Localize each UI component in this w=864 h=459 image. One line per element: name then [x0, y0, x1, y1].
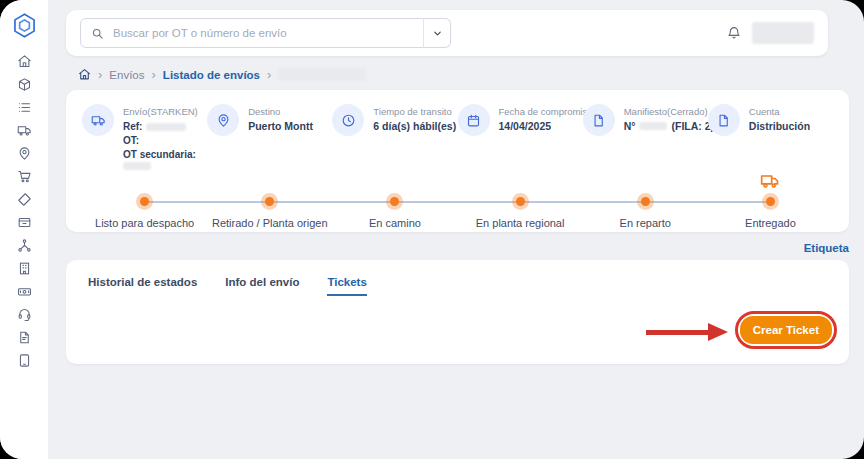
- info-ot-secundaria-label: OT secundaria:: [123, 148, 196, 162]
- clock-icon: [332, 104, 364, 136]
- info-value: Puerto Montt: [248, 120, 313, 132]
- location-pin-icon[interactable]: [16, 145, 32, 161]
- info-ref-label: Ref:: [123, 120, 142, 134]
- info-item-manifiesto: Manifiesto(Cerrado) N° (FILA: 2): [583, 104, 708, 170]
- search-group: [80, 18, 451, 48]
- tab-tickets[interactable]: Tickets: [327, 276, 366, 296]
- redacted-user-info: [752, 22, 814, 44]
- annotation-arrow-head: [708, 323, 728, 341]
- timeline-step-planta-regional: En planta regional: [458, 196, 583, 229]
- timeline-dot: [390, 197, 399, 206]
- info-label: Envío(STARKEN): [123, 106, 198, 117]
- invoice-icon[interactable]: [16, 329, 32, 345]
- etiqueta-link[interactable]: Etiqueta: [66, 242, 849, 254]
- sidebar: [0, 0, 48, 459]
- main-content: › Envíos › Listado de envíos › Envío(STA…: [48, 0, 864, 459]
- timeline-step-camino: En camino: [332, 196, 457, 229]
- manifiesto-number-label: N°: [624, 120, 636, 132]
- search-icon: [91, 27, 104, 40]
- info-value: 6 día(s) hábil(es): [373, 120, 456, 132]
- topbar: [66, 10, 828, 56]
- search-input[interactable]: [111, 26, 413, 40]
- info-item-destino: Destino Puerto Montt: [207, 104, 332, 170]
- timeline-dot: [641, 197, 650, 206]
- building-icon[interactable]: [16, 260, 32, 276]
- info-value: 14/04/2025: [499, 120, 593, 132]
- timeline-step-label: Retirado / Planta origen: [212, 217, 328, 229]
- chevron-down-icon: [432, 28, 443, 39]
- bell-icon[interactable]: [726, 25, 742, 41]
- breadcrumb-separator: ›: [267, 68, 271, 81]
- redacted-ref-value: [146, 123, 186, 131]
- annotation-arrow: [646, 323, 728, 341]
- brand-logo[interactable]: [11, 12, 38, 39]
- truck-icon[interactable]: [16, 122, 32, 138]
- shipment-status-timeline: Listo para despacho Retirado / Planta or…: [82, 196, 833, 229]
- tablet-icon[interactable]: [16, 352, 32, 368]
- cart-icon[interactable]: [16, 168, 32, 184]
- document-icon: [708, 104, 740, 136]
- annotation-arrow-shaft: [646, 330, 708, 335]
- payment-icon[interactable]: [16, 283, 32, 299]
- info-item-envio: Envío(STARKEN) Ref: OT: OT secundaria:: [82, 104, 207, 170]
- timeline-step-listo: Listo para despacho: [82, 196, 207, 229]
- search-dropdown-button[interactable]: [423, 18, 451, 48]
- details-tabs: Historial de estados Info del envío Tick…: [88, 276, 827, 296]
- timeline-dot: [140, 197, 149, 206]
- timeline-dot: [516, 197, 525, 206]
- topbar-right: [726, 22, 814, 44]
- tab-historial-de-estados[interactable]: Historial de estados: [88, 276, 197, 296]
- breadcrumb: › Envíos › Listado de envíos ›: [78, 68, 849, 81]
- timeline-step-label: Entregado: [745, 217, 796, 229]
- annotation-highlight-ring: Crear Ticket: [735, 311, 837, 349]
- timeline-dot: [265, 197, 274, 206]
- redacted-breadcrumb-item: [278, 68, 366, 81]
- timeline-step-retirado: Retirado / Planta origen: [207, 196, 332, 229]
- shipment-info-row: Envío(STARKEN) Ref: OT: OT secundaria: D…: [82, 104, 833, 170]
- sidebar-menu: [16, 53, 32, 368]
- redacted-ot-secundaria-value: [123, 162, 151, 170]
- truck-icon: [760, 171, 780, 191]
- timeline-step-label: En planta regional: [476, 217, 565, 229]
- calendar-icon: [458, 104, 490, 136]
- home-icon[interactable]: [78, 68, 91, 81]
- info-item-transito: Tiempo de transito 6 día(s) hábil(es): [332, 104, 457, 170]
- shipment-summary-card: Envío(STARKEN) Ref: OT: OT secundaria: D…: [66, 90, 849, 232]
- timeline-step-reparto: En reparto: [583, 196, 708, 229]
- truck-icon: [82, 104, 114, 136]
- info-label: Cuenta: [749, 106, 810, 117]
- info-label: Manifiesto(Cerrado): [624, 106, 714, 117]
- info-ot-label: OT:: [123, 134, 139, 148]
- document-icon: [583, 104, 615, 136]
- timeline-step-label: Listo para despacho: [95, 217, 194, 229]
- location-pin-icon: [207, 104, 239, 136]
- app-window: › Envíos › Listado de envíos › Envío(STA…: [0, 0, 864, 459]
- info-value: Distribución: [749, 120, 810, 132]
- breadcrumb-item-envios[interactable]: Envíos: [109, 69, 144, 81]
- info-item-cuenta: Cuenta Distribución: [708, 104, 833, 170]
- timeline-dot: [766, 197, 775, 206]
- info-label: Tiempo de transito: [373, 106, 471, 117]
- info-label: Destino: [248, 106, 313, 117]
- timeline-step-label: En camino: [369, 217, 421, 229]
- tab-info-del-envio[interactable]: Info del envío: [225, 276, 299, 296]
- redacted-manifiesto-value: [639, 122, 667, 130]
- breadcrumb-separator: ›: [98, 68, 102, 81]
- breadcrumb-item-listado[interactable]: Listado de envíos: [163, 69, 260, 81]
- sitemap-icon[interactable]: [16, 237, 32, 253]
- timeline-step-entregado: Entregado: [708, 196, 833, 229]
- search-field: [80, 18, 424, 48]
- shipment-details-card: Historial de estados Info del envío Tick…: [66, 260, 849, 364]
- timeline-step-label: En reparto: [620, 217, 671, 229]
- headset-icon[interactable]: [16, 306, 32, 322]
- archive-icon[interactable]: [16, 214, 32, 230]
- package-icon[interactable]: [16, 76, 32, 92]
- home-icon[interactable]: [16, 53, 32, 69]
- info-item-compromiso: Fecha de compromiso 14/04/2025: [458, 104, 583, 170]
- tag-icon[interactable]: [16, 191, 32, 207]
- create-ticket-button[interactable]: Crear Ticket: [740, 316, 832, 344]
- breadcrumb-separator: ›: [152, 68, 156, 81]
- info-label: Fecha de compromiso: [499, 106, 593, 117]
- list-icon[interactable]: [16, 99, 32, 115]
